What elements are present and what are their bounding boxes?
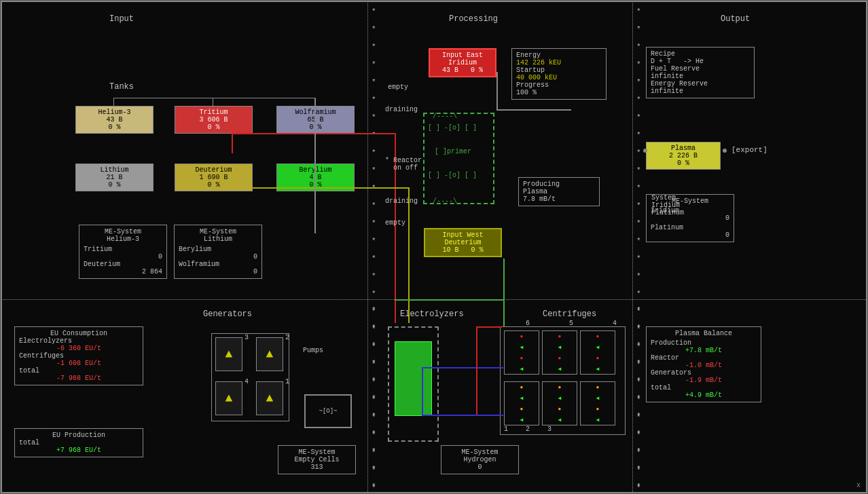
circuit-mid: [ ]primer bbox=[435, 148, 471, 155]
dash-top: /----\ bbox=[433, 113, 457, 120]
eu-cons-title: EU Consumption bbox=[19, 330, 139, 337]
col-sep-1 bbox=[367, 1, 368, 493]
centri-row-bot: ● ◀ ● ◀ ● ◀ ● ◀ ● ◀ ● ◀ bbox=[504, 381, 615, 425]
centrifuges-panel: ● ◀ ● ◀ ● ◀ ● ◀ ● ◀ ● ◀ ● bbox=[500, 326, 626, 435]
tank-deuterium: Deuterium 1 690 B 0 % bbox=[175, 164, 253, 191]
tank-lithium-percent: 0 % bbox=[79, 181, 149, 189]
main-window: Input Processing Output Tanks **********… bbox=[0, 0, 868, 494]
tank-tritium-amount: 3 606 B bbox=[179, 116, 249, 124]
col-sep-2 bbox=[632, 1, 633, 493]
wire-yellow-vert bbox=[408, 187, 410, 323]
pp-rate: 7.8 mB/t bbox=[523, 195, 595, 203]
meh-title: ME-System bbox=[446, 449, 514, 456]
plasma-box: Plasma 2 226 B 0 % bbox=[646, 142, 721, 170]
recipe-energy-label: Energy Reserve bbox=[651, 80, 750, 88]
pb-title: Plasma Balance bbox=[651, 330, 757, 337]
mec-title: ME-System bbox=[283, 449, 351, 456]
centri-labels-bot: 123 bbox=[504, 425, 551, 433]
line-proc-v1 bbox=[496, 72, 498, 109]
electrolyzers-box bbox=[388, 326, 439, 442]
gen-unit-2: ▲ bbox=[256, 337, 283, 371]
draining-label-1: draining bbox=[385, 106, 418, 113]
eu-prod-total-value: +7 968 EU/t bbox=[19, 446, 139, 454]
tank-top-hline bbox=[113, 98, 316, 98]
line-proc-h1 bbox=[496, 109, 571, 111]
me-system-lithium: ME-SystemLithium Berylium 0 Wolframium 0 bbox=[174, 225, 262, 279]
input-header: Input bbox=[109, 14, 134, 24]
plasma-amount: 2 226 B bbox=[650, 152, 717, 159]
connector-he3-top bbox=[113, 98, 114, 107]
tanks-header: Tanks bbox=[109, 82, 134, 92]
centri-4: ● ◀ ● ◀ bbox=[580, 330, 615, 375]
pumps-label: Pumps bbox=[303, 347, 323, 354]
dash-bot: /----\ bbox=[433, 197, 457, 205]
mec-value: 313 bbox=[283, 463, 351, 471]
wire-red-bot-h bbox=[476, 326, 502, 328]
wire-red-h2 bbox=[232, 133, 253, 134]
centri-row-top: ● ◀ ● ◀ ● ◀ ● ◀ ● ◀ ● ◀ bbox=[504, 330, 615, 375]
me-out-platinum-val: 0 bbox=[651, 231, 729, 239]
ie-subtitle: Iridium bbox=[433, 59, 492, 66]
electrolyzers-header: Electrolyzers bbox=[400, 309, 464, 319]
star-col-bot-left: ****************** bbox=[372, 306, 376, 487]
recipe-fuel-label: Fuel Reserve bbox=[651, 65, 750, 73]
reactor-circuit: [ ] -[o] [ ] [ ]primer [ ] -[o] [ ] bbox=[423, 113, 494, 204]
wire-blue-1 bbox=[422, 415, 503, 416]
gen-unit-4: ▲ bbox=[215, 381, 242, 415]
wire-yellow-deu bbox=[252, 187, 408, 189]
me-empty-cells-box: ME-System Empty Cells 313 bbox=[278, 445, 356, 474]
plasma-percent: 0 % bbox=[650, 159, 717, 167]
tank-helium3-name: Helium-3 bbox=[79, 109, 149, 116]
me-he3-tritium-val: 0 bbox=[84, 253, 162, 261]
connector-plasma-right bbox=[723, 149, 727, 153]
plasma-balance-box: Plasma Balance Production +7.8 mB/t Reac… bbox=[646, 326, 761, 402]
me-li-beryllium: Berylium bbox=[179, 246, 257, 253]
energy-amount: 142 226 kEU bbox=[516, 59, 602, 66]
input-east-box: Input East Iridium 43 B 0 % bbox=[429, 48, 496, 77]
gen-label-4: 4 bbox=[245, 378, 249, 385]
centri-5: ● ◀ ● ◀ bbox=[542, 330, 577, 375]
generators-header: Generators bbox=[203, 309, 252, 319]
empty-label-1: empty bbox=[388, 83, 408, 91]
me-li-beryllium-val: 0 bbox=[179, 253, 257, 261]
reactor-label: * Reactor on off bbox=[385, 157, 422, 172]
recipe-fuel-value: infinite bbox=[651, 73, 750, 80]
circuit-top: [ ] -[o] [ ] bbox=[428, 124, 477, 132]
me-system-he3: ME-SystemHelium-3 Tritium 0 Deuterium 2 … bbox=[79, 225, 167, 279]
eu-electrolyzers-label: Electrolyzers bbox=[19, 337, 139, 345]
ie-title: Input East bbox=[433, 52, 492, 59]
pump-unit: ~[O]~ bbox=[304, 394, 352, 428]
wire-gray-wol-v bbox=[314, 98, 316, 233]
generators-panel: ▲ 3 ▲ 2 ▲ 4 ▲ 1 bbox=[211, 333, 289, 421]
empty-label-2: empty bbox=[385, 219, 405, 227]
pb-total-label: total bbox=[651, 384, 757, 392]
star-col-bot-right: ****************** bbox=[636, 306, 641, 487]
progress-value: 100 % bbox=[516, 89, 602, 96]
mec-subtitle: Empty Cells bbox=[283, 456, 351, 463]
me-he3-deuterium: Deuterium bbox=[84, 261, 162, 268]
me-hydrogen-box: ME-System Hydrogen 0 bbox=[441, 445, 519, 474]
startup-amount: 40 000 kEU bbox=[516, 74, 602, 81]
iw-subtitle: Deuterium bbox=[429, 239, 497, 246]
tank-tritium-percent: 0 % bbox=[179, 124, 249, 131]
ie-amount: 43 B 0 % bbox=[433, 66, 492, 74]
pb-reactor-label: Reactor bbox=[651, 354, 757, 362]
pb-total-value: +4.9 mB/t bbox=[651, 392, 757, 399]
eu-centrifuges-label: Centrifuges bbox=[19, 352, 139, 360]
eu-total-value: -7 968 EU/t bbox=[19, 375, 139, 382]
centri-1: ● ◀ ● ◀ bbox=[504, 381, 539, 425]
me-he3-title: ME-SystemHelium-3 bbox=[84, 228, 162, 243]
me-li-wolframium-val: 0 bbox=[179, 268, 257, 276]
connector-plasma-left bbox=[643, 149, 647, 153]
wire-green-h bbox=[395, 299, 505, 301]
circuit-bot: [ ] -[o] [ ] bbox=[428, 172, 477, 179]
energy-box: Energy 142 226 kEU Startup 40 000 kEU Pr… bbox=[511, 48, 607, 100]
me-he3-tritium: Tritium bbox=[84, 246, 162, 253]
energy-label: Energy bbox=[516, 52, 602, 59]
connector-trit-top bbox=[213, 98, 213, 107]
eu-total-label: total bbox=[19, 367, 139, 375]
wire-red-top bbox=[252, 133, 395, 134]
tank-lithium: Lithium 21 B 0 % bbox=[75, 164, 153, 191]
wire-blue-h2 bbox=[422, 367, 503, 368]
centrifuges-header: Centrifuges bbox=[543, 309, 596, 319]
